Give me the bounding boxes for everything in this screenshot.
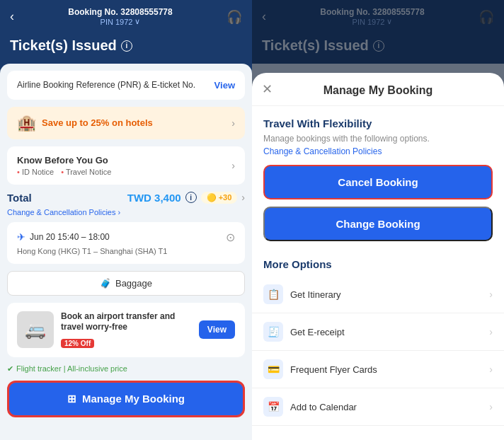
flexibility-title: Travel With Flexibility [263,117,493,129]
headset-icon[interactable]: 🎧 [227,9,242,25]
option-row-2[interactable]: 💳 Frequent Flyer Cards › [252,351,504,388]
pnr-label: Airline Booking Reference (PNR) & E-tick… [17,79,214,91]
option-label-2: Frequent Flyer Cards [290,364,377,375]
manage-label: Manage My Booking [82,393,185,405]
transfer-view-button[interactable]: View [199,320,235,339]
left-header: ‹ Booking No. 32808555778 PIN 1972 ∨ 🎧 [0,0,252,32]
modal-sheet: ✕ Manage My Booking Travel With Flexibil… [252,73,504,440]
pnr-card: Airline Booking Reference (PNR) & E-tick… [7,71,245,100]
option-chevron-3: › [489,401,493,412]
option-left-2: 💳 Frequent Flyer Cards [263,359,377,379]
know-card[interactable]: Know Before You Go ID Notice Travel Noti… [7,146,245,185]
left-panel: ‹ Booking No. 32808555778 PIN 1972 ∨ 🎧 T… [0,0,252,440]
option-icon-3: 📅 [263,397,283,417]
options-list: 📋 Get Itinerary › 🧾 Get E-receipt › 💳 Fr… [252,276,504,426]
flight-row: ✈ Jun 20 15:40 – 18:00 ⊙ Hong Kong (HKG)… [7,222,245,264]
discount-badge: 12% Off [61,339,94,348]
flexibility-desc: Manage bookings with the following optio… [263,134,493,144]
option-chevron-2: › [489,364,493,375]
baggage-icon: 🧳 [100,278,111,289]
points-badge: 🟡 +30 [201,192,238,204]
modal-header: ✕ Manage My Booking [252,73,504,106]
modal-title: Manage My Booking [323,84,433,97]
flight-tracker-text: Flight tracker | All-inclusive price [16,364,127,373]
option-row-1[interactable]: 🧾 Get E-receipt › [252,313,504,351]
option-label-1: Get E-receipt [290,327,345,337]
hotel-icon: 🏨 [17,114,36,132]
right-panel: ‹ Booking No. 32808555778 PIN 1972 ∨ 🎧 T… [252,0,504,440]
flexibility-link[interactable]: Change & Cancellation Policies [263,146,493,156]
left-main-content: Airline Booking Reference (PNR) & E-tick… [0,64,252,440]
flight-info: ✈ Jun 20 15:40 – 18:00 ⊙ [17,231,235,244]
option-icon-2: 💳 [263,359,283,379]
hotel-chevron-icon: › [231,117,235,129]
know-tags: ID Notice Travel Notice [17,168,231,176]
pin-info[interactable]: PIN 1972 ∨ [14,17,227,26]
option-label-0: Get Itinerary [290,289,341,300]
total-section: Total TWD 3,400 i 🟡 +30 › [0,192,252,208]
baggage-label: Baggage [115,278,152,289]
total-right: TWD 3,400 i 🟡 +30 › [127,192,245,204]
change-booking-button[interactable]: Change Booking [263,207,493,241]
total-amount: TWD 3,400 [127,192,181,204]
cancel-booking-button[interactable]: Cancel Booking [263,165,493,199]
manage-my-booking-button[interactable]: ⊞ Manage My Booking [7,381,245,417]
flight-route: Hong Kong (HKG) T1 – Shanghai (SHA) T1 [17,247,235,255]
flight-icon: ✈ [17,231,25,243]
travel-notice-tag: Travel Notice [61,168,111,176]
baggage-button[interactable]: 🧳 Baggage [7,271,245,296]
booking-info-center: Booking No. 32808555778 PIN 1972 ∨ [14,7,227,26]
hotel-banner-left: 🏨 Save up to 25% on hotels [17,114,153,132]
option-chevron-1: › [489,326,493,337]
know-chevron-icon: › [231,160,235,171]
check-icon: ✔ [7,364,13,374]
option-row-0[interactable]: 📋 Get Itinerary › [252,276,504,313]
total-chevron-icon: › [241,192,245,203]
manage-icon: ⊞ [67,393,76,405]
hotel-banner[interactable]: 🏨 Save up to 25% on hotels › [7,107,245,139]
transfer-thumbnail: 🚐 [17,311,54,348]
booking-number: Booking No. 32808555778 [14,7,227,17]
option-chevron-0: › [489,289,493,300]
flight-datetime: Jun 20 15:40 – 18:00 [30,232,110,242]
flight-tracker-row: ✔ Flight tracker | All-inclusive price [0,364,252,376]
transfer-card: 🚐 Book an airport transfer and travel wo… [7,303,245,357]
cancellation-link[interactable]: Change & Cancellation Policies › [0,208,252,222]
total-label: Total [7,192,32,204]
know-title: Know Before You Go [17,155,231,166]
total-info-icon[interactable]: i [185,192,197,203]
option-icon-1: 🧾 [263,322,283,342]
option-left-0: 📋 Get Itinerary [263,284,341,304]
option-left-3: 📅 Add to Calendar [263,397,357,417]
transfer-content: Book an airport transfer and travel worr… [61,311,192,349]
option-row-3[interactable]: 📅 Add to Calendar › [252,388,504,426]
info-icon[interactable]: i [121,40,132,52]
option-icon-0: 📋 [263,284,283,304]
id-notice-tag: ID Notice [17,168,54,176]
hotel-text: Save up to 25% on hotels [42,117,153,128]
flight-left: ✈ Jun 20 15:40 – 18:00 [17,231,110,243]
flight-circle-icon: ⊙ [226,231,235,244]
more-options-title: More Options [252,250,504,276]
tickets-title: Ticket(s) Issued i [10,37,242,54]
modal-overlay: ✕ Manage My Booking Travel With Flexibil… [252,0,504,440]
option-label-3: Add to Calendar [290,402,357,412]
know-content: Know Before You Go ID Notice Travel Noti… [17,155,231,176]
modal-close-button[interactable]: ✕ [262,81,273,97]
transfer-title: Book an airport transfer and travel worr… [61,311,192,333]
option-left-1: 🧾 Get E-receipt [263,322,345,342]
pnr-view-button[interactable]: View [214,80,235,91]
flexibility-section: Travel With Flexibility Manage bookings … [252,106,504,250]
tickets-header-bg: Ticket(s) Issued i [0,32,252,64]
